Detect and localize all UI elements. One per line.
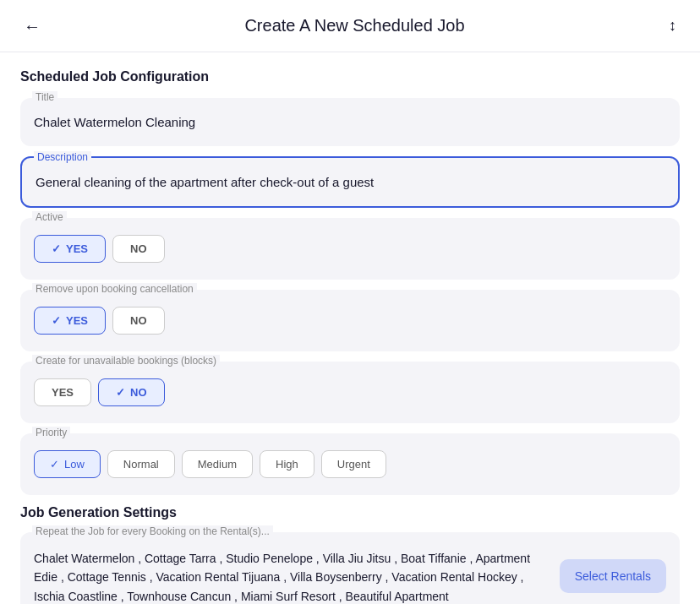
title-input[interactable] bbox=[34, 112, 666, 133]
config-section-title: Scheduled Job Configuration bbox=[20, 69, 680, 84]
remove-cancellation-field-group: Remove upon booking cancellation ✓ YES N… bbox=[20, 290, 680, 351]
description-label: Description bbox=[34, 151, 91, 163]
unavailable-bookings-field-group: Create for unavailable bookings (blocks)… bbox=[20, 362, 680, 423]
check-icon-3: ✓ bbox=[116, 386, 125, 399]
active-no-label: NO bbox=[130, 242, 147, 255]
priority-field-group: Priority ✓ Low Normal Medium High Urgent bbox=[20, 433, 680, 495]
active-yes-label: YES bbox=[66, 242, 88, 255]
select-rentals-button[interactable]: Select Rentals bbox=[560, 559, 666, 593]
check-icon: ✓ bbox=[52, 242, 61, 255]
priority-medium-button[interactable]: Medium bbox=[182, 450, 253, 478]
active-toggle-group: ✓ YES NO bbox=[34, 231, 666, 266]
page-header: ← Create A New Scheduled Job ↕ bbox=[0, 0, 700, 52]
priority-high-label: High bbox=[276, 458, 298, 471]
page-content: Scheduled Job Configuration Title Descri… bbox=[0, 52, 700, 604]
remove-cancellation-label: Remove upon booking cancellation bbox=[32, 283, 197, 295]
rentals-label: Repeat the Job for every Booking on the … bbox=[32, 525, 273, 537]
unavailable-bookings-toggle-group: YES ✓ NO bbox=[34, 375, 666, 410]
unavailable-bookings-label: Create for unavailable bookings (blocks) bbox=[32, 355, 220, 367]
remove-cancellation-yes-label: YES bbox=[66, 314, 88, 327]
priority-toggle-group: ✓ Low Normal Medium High Urgent bbox=[34, 447, 666, 482]
remove-cancellation-yes-button[interactable]: ✓ YES bbox=[34, 307, 106, 335]
active-yes-button[interactable]: ✓ YES bbox=[34, 235, 106, 263]
priority-high-button[interactable]: High bbox=[260, 450, 314, 478]
check-icon-2: ✓ bbox=[52, 314, 61, 327]
unavailable-yes-button[interactable]: YES bbox=[34, 378, 91, 406]
back-button[interactable]: ← bbox=[17, 14, 47, 38]
unavailable-yes-label: YES bbox=[52, 386, 74, 399]
rentals-text: Chalet Watermelon , Cottage Tarra , Stud… bbox=[34, 546, 546, 604]
active-field-group: Active ✓ YES NO bbox=[20, 218, 680, 280]
remove-cancellation-no-label: NO bbox=[130, 314, 147, 327]
active-label: Active bbox=[32, 211, 67, 223]
sort-button[interactable]: ↕ bbox=[662, 14, 683, 38]
description-input[interactable] bbox=[36, 171, 664, 193]
priority-low-button[interactable]: ✓ Low bbox=[34, 450, 101, 478]
unavailable-no-button[interactable]: ✓ NO bbox=[98, 378, 165, 406]
priority-urgent-label: Urgent bbox=[337, 458, 370, 471]
check-icon-low: ✓ bbox=[50, 458, 59, 471]
description-field-group: Description bbox=[20, 156, 680, 208]
job-gen-section-title: Job Generation Settings bbox=[20, 505, 680, 520]
title-field-group: Title bbox=[20, 98, 680, 146]
priority-urgent-button[interactable]: Urgent bbox=[321, 450, 386, 478]
title-label: Title bbox=[32, 91, 57, 103]
rentals-field-group: Repeat the Job for every Booking on the … bbox=[20, 532, 680, 604]
priority-normal-label: Normal bbox=[123, 458, 159, 471]
priority-low-label: Low bbox=[64, 458, 85, 471]
remove-cancellation-no-button[interactable]: NO bbox=[112, 307, 165, 335]
priority-label: Priority bbox=[32, 427, 70, 438]
priority-medium-label: Medium bbox=[198, 458, 237, 471]
page-title: Create A New Scheduled Job bbox=[47, 16, 662, 35]
remove-cancellation-toggle-group: ✓ YES NO bbox=[34, 303, 666, 338]
active-no-button[interactable]: NO bbox=[112, 235, 165, 263]
unavailable-no-label: NO bbox=[130, 386, 147, 399]
priority-normal-button[interactable]: Normal bbox=[107, 450, 175, 478]
